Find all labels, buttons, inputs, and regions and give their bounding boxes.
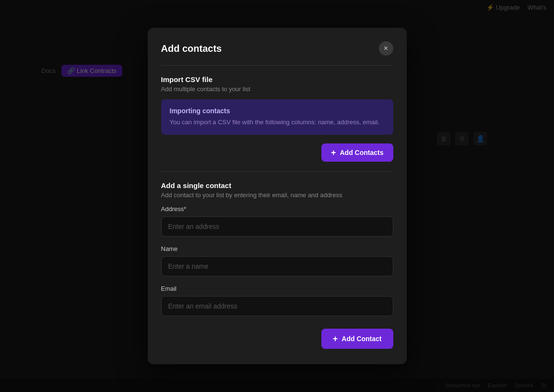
modal-backdrop: Add contacts × Import CSV file Add multi… bbox=[0, 0, 554, 392]
modal-title: Add contacts bbox=[161, 43, 222, 54]
address-label: Address* bbox=[161, 205, 393, 213]
modal-header: Add contacts × bbox=[161, 41, 393, 56]
csv-section-title: Import CSV file bbox=[161, 75, 393, 83]
plus-icon: + bbox=[331, 148, 336, 157]
email-input[interactable] bbox=[161, 296, 393, 316]
top-divider bbox=[161, 65, 393, 66]
middle-divider bbox=[161, 171, 393, 172]
address-field-group: Address* bbox=[161, 205, 393, 237]
csv-section: Import CSV file Add multiple contacts to… bbox=[161, 75, 393, 162]
single-contact-section: Add a single contact Add contact to your… bbox=[161, 181, 393, 349]
info-box-text: You can import a CSV file with the follo… bbox=[170, 118, 385, 127]
email-label: Email bbox=[161, 285, 393, 292]
add-contact-label: Add Contact bbox=[342, 335, 381, 343]
info-box-title: Importing contacts bbox=[170, 107, 385, 115]
add-contact-btn-wrapper: + Add Contact bbox=[161, 325, 393, 349]
single-contact-subtitle: Add contact to your list by entering the… bbox=[161, 191, 393, 199]
add-contact-button[interactable]: + Add Contact bbox=[321, 329, 393, 349]
close-icon: × bbox=[384, 45, 388, 52]
add-contacts-btn-wrapper: + Add Contacts bbox=[161, 143, 393, 162]
name-field-group: Name bbox=[161, 245, 393, 276]
add-plus-icon: + bbox=[333, 334, 338, 343]
add-contacts-button[interactable]: + Add Contacts bbox=[321, 143, 393, 162]
name-label: Name bbox=[161, 245, 393, 252]
csv-section-subtitle: Add multiple contacts to your list bbox=[161, 85, 393, 93]
address-input[interactable] bbox=[161, 216, 393, 237]
add-contacts-label: Add Contacts bbox=[340, 149, 384, 156]
name-input[interactable] bbox=[161, 256, 393, 276]
email-field-group: Email bbox=[161, 285, 393, 316]
add-contacts-modal: Add contacts × Import CSV file Add multi… bbox=[148, 28, 407, 364]
close-button[interactable]: × bbox=[379, 41, 393, 56]
importing-info-box: Importing contacts You can import a CSV … bbox=[161, 99, 393, 135]
single-contact-title: Add a single contact bbox=[161, 181, 393, 190]
